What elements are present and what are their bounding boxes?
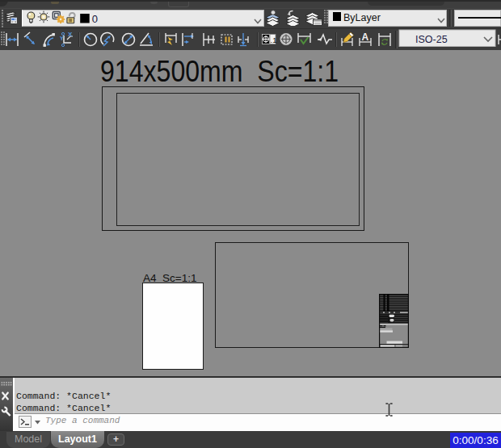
- svg-text:ISO-25: ISO-25: [415, 34, 448, 45]
- svg-text:A: A: [362, 31, 369, 43]
- svg-text:X: X: [68, 31, 73, 38]
- svg-text:Y: Y: [60, 36, 64, 41]
- svg-text:.1: .1: [271, 36, 277, 44]
- svg-text:0: 0: [91, 13, 97, 25]
